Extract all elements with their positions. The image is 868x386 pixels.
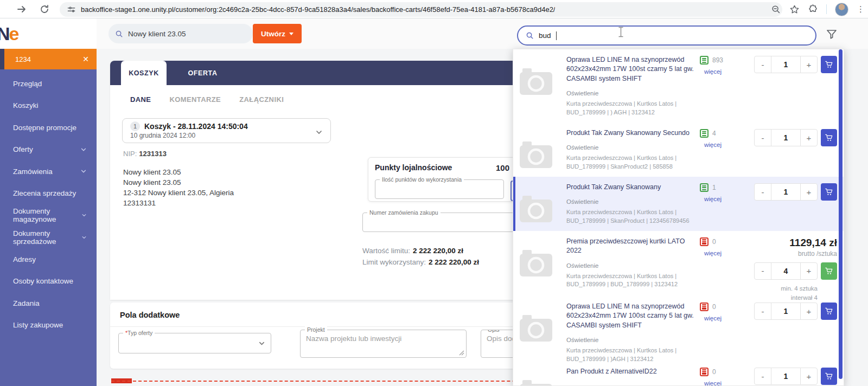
product-search-input[interactable]: bud xyxy=(517,25,816,46)
sidebar-customer-tab[interactable]: 1234 ✕ xyxy=(0,49,97,69)
project-textarea[interactable]: Projekt Nazwa projektu lub inwestycji xyxy=(300,330,467,358)
offer-type-select[interactable]: *Typ oferty xyxy=(118,333,271,353)
cart-select[interactable]: 1 Koszyk - 28.11.2024 14:50:04 10 grudni… xyxy=(122,118,331,143)
add-to-cart-button[interactable] xyxy=(821,56,837,73)
qty-input[interactable]: 4 xyxy=(771,263,801,279)
product-results-list: Oprawa LED LINE M na szynoprzewód 602x23… xyxy=(513,49,844,386)
sidebar-item-adresy[interactable]: Adresy xyxy=(0,248,97,271)
sidebar-item-osoby-kontaktowe[interactable]: Osoby kontaktowe xyxy=(0,271,97,293)
qty-input[interactable]: 1 xyxy=(771,130,801,146)
qty-decrease-button[interactable]: - xyxy=(755,263,771,279)
qty-decrease-button[interactable]: - xyxy=(755,368,771,384)
nip-row: NIP:1231313 xyxy=(123,150,167,158)
sidebar-item-zamówienia[interactable]: Zamówienia xyxy=(0,160,97,183)
close-icon[interactable]: ✕ xyxy=(82,55,89,63)
filter-icon[interactable] xyxy=(825,28,838,41)
sidebar-item-dokumenty-sprzedażowe[interactable]: Dokumenty sprzedażowe xyxy=(0,227,97,249)
qty-decrease-button[interactable]: - xyxy=(755,303,771,319)
sidebar-item-zadania[interactable]: Zadania xyxy=(0,292,97,314)
sidebar-item-koszyki[interactable]: Koszyki xyxy=(0,95,97,117)
extensions-icon[interactable] xyxy=(808,4,818,15)
description-label: Opis xyxy=(486,330,502,333)
qty-decrease-button[interactable]: - xyxy=(755,130,771,146)
product-row[interactable]: Produkt Tak Zwany SkanowanyOświetlenieKu… xyxy=(513,177,844,231)
sidebar-item-listy-zakupowe[interactable]: Listy zakupowe xyxy=(0,314,97,337)
product-attributes: Kurta przeciwdeszczowa | Kurtkos Latos |… xyxy=(566,100,695,117)
sidebar-item-oferty[interactable]: Oferty xyxy=(0,139,97,161)
qty-increase-button[interactable]: + xyxy=(801,263,817,279)
product-row[interactable]: Oprawa LED LINE M na szynoprzewód 602x23… xyxy=(513,49,844,123)
add-to-cart-button[interactable] xyxy=(821,129,837,146)
qty-increase-button[interactable]: + xyxy=(801,303,817,319)
product-row[interactable]: Oprawa LED LINE M na szynoprzewód 602x23… xyxy=(513,296,844,361)
more-link[interactable]: więcej xyxy=(704,196,742,202)
more-link[interactable]: więcej xyxy=(704,68,742,75)
product-row[interactable]: Premia przeciwdeszczowej kurtki LATO 202… xyxy=(513,231,844,296)
qty-input[interactable]: 1 xyxy=(771,184,801,200)
reload-icon[interactable] xyxy=(39,4,50,15)
qty-input[interactable]: 1 xyxy=(771,56,801,73)
qty-input[interactable]: 1 xyxy=(771,368,801,384)
cart-count-badge: 1 xyxy=(130,121,140,131)
sidebar-item-dostępne-promocje[interactable]: Dostępne promocje xyxy=(0,117,97,139)
qty-decrease-button[interactable]: - xyxy=(755,56,771,73)
app-logo[interactable]: Ne xyxy=(0,23,18,44)
tab-koszyk[interactable]: KOSZYK xyxy=(121,61,167,85)
product-row[interactable]: Pan Produkt z AlternativeID220więcej-1+ xyxy=(513,361,844,386)
tab-oferta[interactable]: OFERTA xyxy=(167,61,239,85)
more-link[interactable]: więcej xyxy=(704,380,742,386)
sidebar-nav: PrzeglądKoszykiDostępne promocjeOfertyZa… xyxy=(0,69,97,336)
sidebar-item-dokumenty-magazynowe[interactable]: Dokumenty magazynowe xyxy=(0,204,97,227)
qty-increase-button[interactable]: + xyxy=(801,368,817,384)
credit-limits: Wartość limitu:2 222 220,00 złLimit wyko… xyxy=(362,245,479,268)
qty-increase-button[interactable]: + xyxy=(801,184,817,200)
loyalty-points-value: 100 xyxy=(496,163,509,172)
chevron-down-icon xyxy=(258,340,265,347)
more-link[interactable]: więcej xyxy=(704,315,742,321)
more-link[interactable]: więcej xyxy=(704,141,742,148)
resize-handle[interactable] xyxy=(459,350,464,356)
add-to-cart-button[interactable] xyxy=(821,183,837,201)
subtab-dane[interactable]: DANE xyxy=(130,95,151,104)
panel-scrollbar[interactable] xyxy=(839,49,843,379)
product-title[interactable]: Pan Produkt z AlternativeID22 xyxy=(566,367,700,376)
product-title[interactable]: Produkt Tak Zwany Skanowany Secundo xyxy=(566,128,700,138)
zoom-out-icon[interactable] xyxy=(771,4,781,15)
qty-decrease-button[interactable]: - xyxy=(755,184,771,200)
forward-arrow-icon[interactable] xyxy=(16,4,27,15)
subtab-zalaczniki[interactable]: ZAŁĄCZNIKI xyxy=(239,95,284,104)
customer-search-value: Nowy klient 23.05 xyxy=(128,30,186,38)
customer-search-input[interactable]: Nowy klient 23.05 xyxy=(108,24,253,43)
profile-avatar[interactable] xyxy=(835,3,848,16)
product-row[interactable]: Produkt Tak Zwany Skanowany SecundoOświe… xyxy=(513,123,844,177)
site-settings-icon[interactable] xyxy=(67,5,75,14)
quantity-stepper: -4+ xyxy=(754,262,818,280)
add-to-cart-button[interactable] xyxy=(821,368,837,385)
product-details: Oprawa LED LINE M na szynoprzewód 602x23… xyxy=(553,55,700,119)
stock-info: 0więcej xyxy=(700,366,742,386)
bookmark-star-icon[interactable] xyxy=(789,4,800,15)
product-title[interactable]: Produkt Tak Zwany Skanowany xyxy=(566,183,700,192)
create-button[interactable]: Utwórz xyxy=(253,24,302,43)
add-to-cart-button[interactable] xyxy=(821,303,837,320)
qty-increase-button[interactable]: + xyxy=(801,130,817,146)
sidebar-item-zlecenia-sprzedaży[interactable]: Zlecenia sprzedaży xyxy=(0,183,97,205)
qty-input[interactable]: 1 xyxy=(771,303,801,319)
product-title[interactable]: Oprawa LED LINE M na szynoprzewód 602x23… xyxy=(566,302,700,330)
url-text[interactable]: backoffice-stage1.one.unity.pl/customer/… xyxy=(81,5,555,14)
add-to-cart-button[interactable] xyxy=(821,262,837,280)
create-button-label: Utwórz xyxy=(261,30,285,38)
product-title[interactable]: Premia przeciwdeszczowej kurtki LATO 202… xyxy=(566,237,700,256)
loyalty-points-input[interactable]: Ilość punktów do wykorzystania xyxy=(375,179,504,199)
sidebar-item-przegląd[interactable]: Przegląd xyxy=(0,73,97,95)
product-title[interactable]: Oprawa LED LINE M na szynoprzewód 602x23… xyxy=(566,55,700,83)
more-link[interactable]: więcej xyxy=(704,250,742,256)
qty-increase-button[interactable]: + xyxy=(801,56,817,73)
product-details: Produkt Tak Zwany SkanowanyOświetlenieKu… xyxy=(553,182,700,228)
search-icon xyxy=(115,30,123,38)
subtab-komentarze[interactable]: KOMENTARZE xyxy=(169,95,221,104)
product-category: Oświetlenie xyxy=(566,198,700,205)
cart-icon xyxy=(825,188,833,196)
url-bar[interactable]: backoffice-stage1.one.unity.pl/customer/… xyxy=(60,2,782,17)
browser-menu-icon[interactable]: ⋮ xyxy=(857,7,865,12)
